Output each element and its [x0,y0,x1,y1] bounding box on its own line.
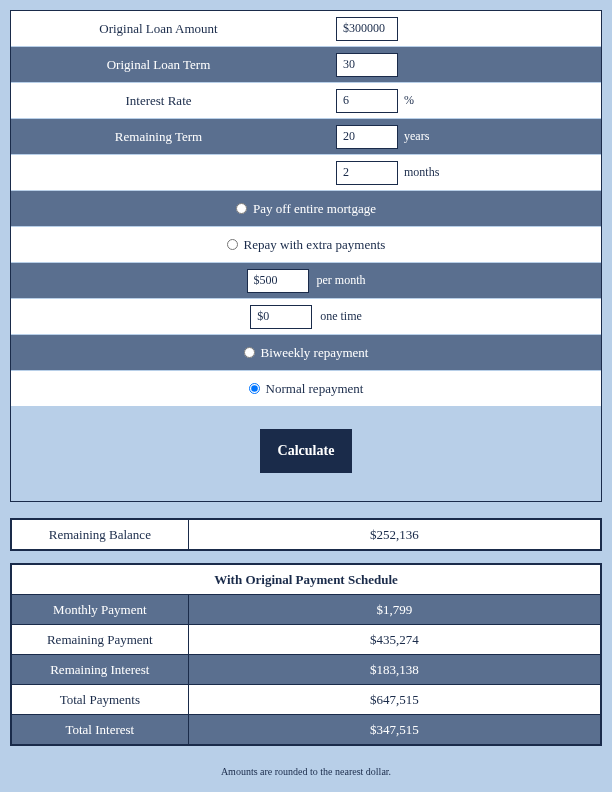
suffix-percent: % [404,93,414,108]
label-total-payments: Total Payments [12,685,189,715]
row-option-normal: Normal repayment [11,371,601,407]
label-total-interest: Total Interest [12,715,189,745]
radio-payoff[interactable] [236,203,247,214]
value-monthly-payment: $1,799 [188,595,600,625]
input-interest-rate[interactable] [336,89,398,113]
loan-form-panel: Original Loan Amount Original Loan Term … [10,10,602,502]
row-interest-rate: Interest Rate % [11,83,601,119]
row-remaining-term-months: months [11,155,601,191]
radio-normal[interactable] [249,383,260,394]
row-one-time: one time [11,299,601,335]
label-original-loan-term: Original Loan Term [11,57,306,73]
calculate-area: Calculate [11,407,601,501]
label-biweekly: Biweekly repayment [261,345,369,361]
row-original-loan-amount: Original Loan Amount [11,11,601,47]
value-total-payments: $647,515 [188,685,600,715]
row-option-extra: Repay with extra payments [11,227,601,263]
suffix-per-month: per month [317,273,366,288]
row-per-month: per month [11,263,601,299]
row-option-biweekly: Biweekly repayment [11,335,601,371]
footnote: Amounts are rounded to the nearest dolla… [10,758,602,777]
label-original-loan-amount: Original Loan Amount [11,21,306,37]
remaining-balance-panel: Remaining Balance $252,136 [10,518,602,551]
input-remaining-years[interactable] [336,125,398,149]
schedule-header: With Original Payment Schedule [12,565,601,595]
radio-biweekly[interactable] [244,347,255,358]
label-interest-rate: Interest Rate [11,93,306,109]
input-original-loan-amount[interactable] [336,17,398,41]
radio-extra[interactable] [227,239,238,250]
label-normal: Normal repayment [266,381,364,397]
label-remaining-interest: Remaining Interest [12,655,189,685]
row-original-loan-term: Original Loan Term [11,47,601,83]
label-remaining-term: Remaining Term [11,129,306,145]
label-monthly-payment: Monthly Payment [12,595,189,625]
value-remaining-balance: $252,136 [188,520,600,550]
suffix-years: years [404,129,429,144]
value-remaining-payment: $435,274 [188,625,600,655]
suffix-months: months [404,165,439,180]
input-original-loan-term[interactable] [336,53,398,77]
value-remaining-interest: $183,138 [188,655,600,685]
label-extra: Repay with extra payments [244,237,386,253]
input-one-time[interactable] [250,305,312,329]
label-remaining-payment: Remaining Payment [12,625,189,655]
input-per-month[interactable] [247,269,309,293]
input-remaining-months[interactable] [336,161,398,185]
schedule-panel: With Original Payment Schedule Monthly P… [10,563,602,746]
suffix-one-time: one time [320,309,362,324]
calculate-button[interactable]: Calculate [260,429,353,473]
label-remaining-balance: Remaining Balance [12,520,189,550]
value-total-interest: $347,515 [188,715,600,745]
label-payoff: Pay off entire mortgage [253,201,376,217]
row-remaining-term-years: Remaining Term years [11,119,601,155]
row-option-payoff: Pay off entire mortgage [11,191,601,227]
